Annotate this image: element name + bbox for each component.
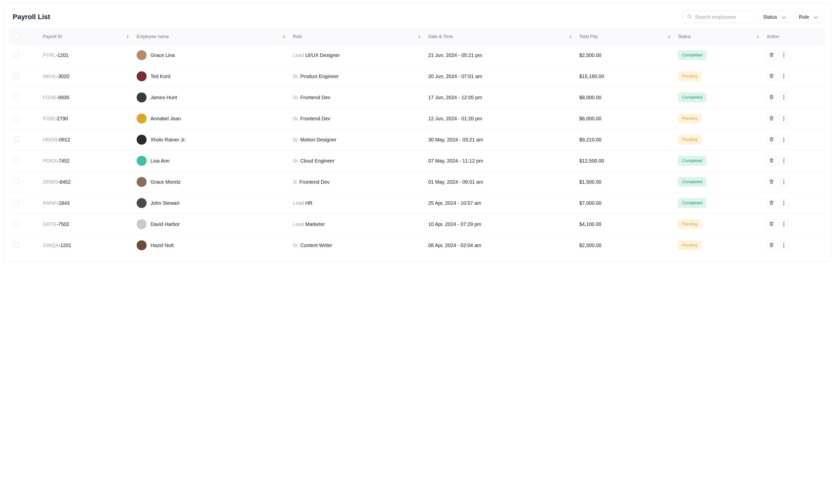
- role-title: Motion Designer: [300, 137, 337, 142]
- delete-button[interactable]: [767, 93, 776, 102]
- role-filter[interactable]: Role: [794, 11, 822, 23]
- avatar: [137, 177, 147, 187]
- status-badge: Pending: [678, 72, 701, 81]
- delete-button[interactable]: [767, 219, 776, 229]
- trash-icon: [769, 74, 774, 79]
- row-checkbox[interactable]: [14, 242, 19, 247]
- more-actions-button[interactable]: [779, 198, 789, 208]
- payroll-id-number: -1201: [59, 243, 71, 248]
- col-header-action: Action: [767, 34, 779, 39]
- sort-icon[interactable]: [283, 35, 285, 38]
- payroll-id-prefix: FGHE: [43, 95, 57, 100]
- row-checkbox[interactable]: [14, 158, 19, 163]
- delete-button[interactable]: [767, 241, 776, 250]
- date-time: 17 Jun, 2024 - 12:05 pm: [428, 95, 482, 100]
- row-checkbox[interactable]: [14, 137, 19, 142]
- more-actions-button[interactable]: [779, 51, 789, 60]
- more-actions-button[interactable]: [779, 156, 789, 165]
- row-checkbox[interactable]: [14, 200, 19, 205]
- role-title: Marketer: [305, 221, 325, 227]
- avatar: [137, 135, 147, 145]
- more-actions-button[interactable]: [779, 135, 789, 144]
- row-checkbox[interactable]: [14, 52, 19, 57]
- more-actions-button[interactable]: [779, 72, 789, 81]
- date-time: 20 Jun, 2024 - 07:01 am: [428, 74, 482, 79]
- more-vertical-icon: [783, 243, 784, 247]
- sort-icon[interactable]: [569, 35, 571, 38]
- sort-icon[interactable]: [127, 35, 129, 38]
- role-title: Content Writer: [300, 243, 332, 248]
- row-checkbox[interactable]: [14, 115, 19, 121]
- payroll-id-number: -8452: [58, 179, 70, 185]
- trash-icon: [769, 200, 774, 206]
- sort-icon[interactable]: [757, 35, 759, 38]
- chevron-down-icon: [814, 15, 818, 19]
- page-title: Payroll List: [13, 13, 50, 21]
- payroll-id-number: -1201: [56, 53, 68, 58]
- svg-line-1: [690, 17, 691, 18]
- header-controls: Status Role: [682, 11, 822, 23]
- delete-button[interactable]: [767, 156, 776, 165]
- payroll-id-prefix: GWQA: [43, 243, 58, 248]
- status-filter[interactable]: Status: [758, 11, 790, 23]
- role-level: Lead: [293, 200, 305, 206]
- more-actions-button[interactable]: [779, 241, 789, 250]
- status-badge: Pending: [678, 135, 701, 144]
- date-time: 01 May, 2024 - 09:01 am: [428, 179, 483, 185]
- payroll-id-number: -0912: [57, 137, 70, 142]
- col-header-role[interactable]: Role: [293, 34, 302, 39]
- card-header: Payroll List Status Role: [4, 4, 831, 28]
- status-badge: Pending: [678, 114, 701, 123]
- table-wrap: Payroll ID Employee name Role: [4, 28, 831, 262]
- trash-icon: [769, 137, 774, 142]
- delete-button[interactable]: [767, 177, 776, 187]
- more-actions-button[interactable]: [779, 219, 789, 229]
- role-level: Lead: [293, 53, 305, 58]
- search-field[interactable]: [682, 11, 754, 23]
- row-checkbox[interactable]: [14, 94, 19, 100]
- date-time: 21 Jun, 2024 - 05:21 pm: [428, 53, 482, 58]
- sort-icon[interactable]: [419, 35, 420, 38]
- more-actions-button[interactable]: [779, 114, 789, 123]
- more-actions-button[interactable]: [779, 177, 789, 187]
- delete-button[interactable]: [767, 135, 776, 144]
- trash-icon: [769, 116, 774, 121]
- search-input[interactable]: [695, 14, 750, 20]
- more-vertical-icon: [783, 116, 784, 121]
- more-vertical-icon: [783, 95, 784, 100]
- more-vertical-icon: [783, 159, 784, 163]
- row-checkbox[interactable]: [14, 179, 19, 184]
- payroll-id-number: -2790: [55, 116, 68, 121]
- role-level: Sr.: [293, 116, 300, 121]
- delete-button[interactable]: [767, 72, 776, 81]
- col-header-date[interactable]: Date & Time: [428, 34, 453, 39]
- col-header-employee[interactable]: Employee name: [137, 34, 169, 39]
- avatar: [137, 198, 147, 208]
- row-checkbox[interactable]: [14, 221, 19, 226]
- more-vertical-icon: [783, 201, 784, 205]
- status-badge: Completed: [678, 156, 706, 165]
- delete-button[interactable]: [767, 114, 776, 123]
- select-all-checkbox[interactable]: [14, 33, 19, 39]
- col-header-payroll-id[interactable]: Payroll ID: [43, 34, 62, 39]
- delete-button[interactable]: [767, 51, 776, 60]
- sort-icon[interactable]: [668, 35, 670, 38]
- table-row: HDGR-0912Xholo Rainer Jr.Sr. Motion Desi…: [10, 129, 825, 150]
- trash-icon: [769, 95, 774, 100]
- payroll-id-prefix: GRTE: [43, 221, 56, 227]
- avatar: [137, 114, 147, 123]
- total-pay: $8,000.00: [579, 116, 602, 121]
- role-level: Sr.: [293, 74, 300, 79]
- payroll-id-number: -0935: [57, 95, 69, 100]
- row-checkbox[interactable]: [14, 73, 19, 79]
- status-filter-label: Status: [763, 14, 777, 20]
- avatar: [137, 219, 147, 229]
- payroll-id-prefix: PYRL: [43, 53, 56, 58]
- date-time: 10 Apr, 2024 - 07:29 pm: [428, 221, 482, 227]
- col-header-status[interactable]: Status: [678, 34, 691, 39]
- col-header-total-pay[interactable]: Total Pay: [579, 34, 598, 39]
- more-actions-button[interactable]: [779, 93, 789, 102]
- delete-button[interactable]: [767, 198, 776, 208]
- role-title: Cloud Engineer: [300, 158, 335, 163]
- table-row: GWQA-1201Hazel NuttSr. Content Writer08 …: [10, 235, 825, 256]
